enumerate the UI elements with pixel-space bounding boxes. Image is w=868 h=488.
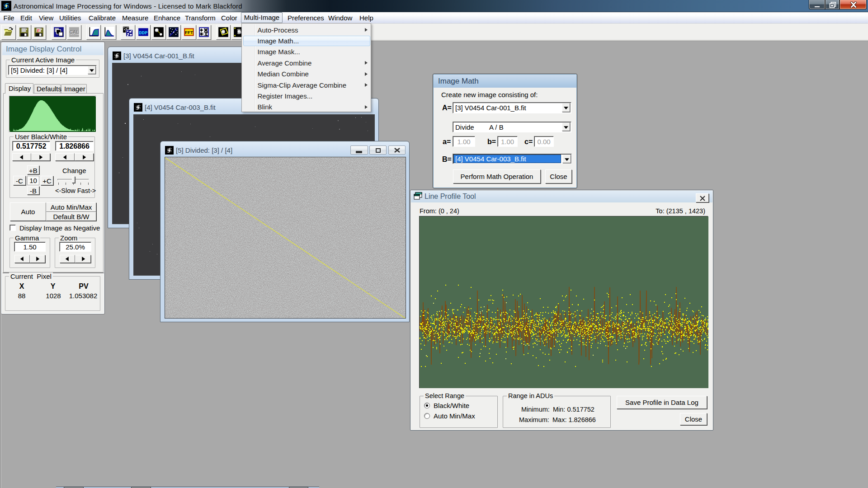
svg-text:F: F — [37, 28, 40, 33]
svg-text:DDP: DDP — [139, 30, 148, 36]
svg-text:CAL: CAL — [69, 30, 79, 35]
svg-text:FFT: FFT — [185, 30, 193, 35]
